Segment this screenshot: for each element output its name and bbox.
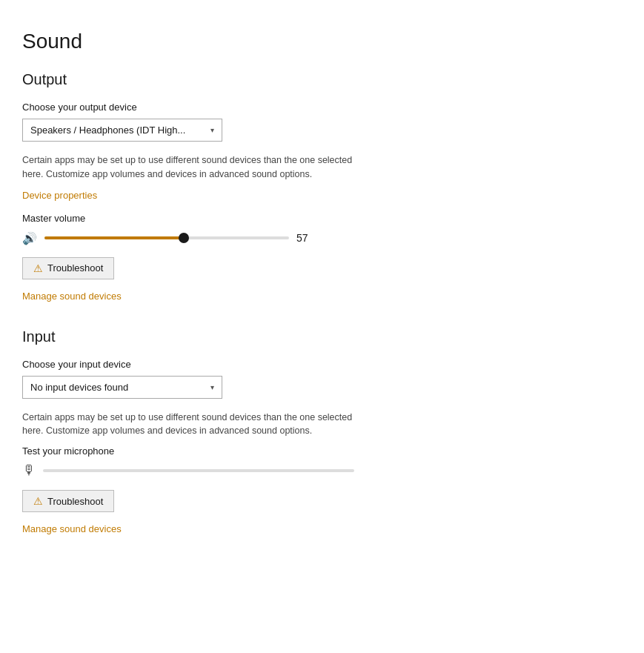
- output-device-dropdown-button[interactable]: Speakers / Headphones (IDT High... ▾: [22, 119, 222, 142]
- output-troubleshoot-button[interactable]: ⚠ Troubleshoot: [22, 257, 114, 279]
- output-device-value: Speakers / Headphones (IDT High...: [30, 125, 185, 136]
- volume-slider-thumb[interactable]: [179, 233, 189, 243]
- mic-row: 🎙: [22, 463, 622, 478]
- volume-value: 57: [296, 232, 319, 244]
- volume-section: Master volume 🔊 57: [22, 213, 622, 245]
- output-section-title: Output: [22, 71, 622, 88]
- device-properties-link[interactable]: Device properties: [22, 190, 97, 201]
- chevron-down-icon-input: ▾: [210, 383, 214, 391]
- output-troubleshoot-label: Troubleshoot: [47, 262, 103, 274]
- input-device-label: Choose your input device: [22, 359, 622, 370]
- page-title: Sound: [22, 30, 622, 53]
- chevron-down-icon: ▾: [210, 126, 214, 134]
- speaker-icon: 🔊: [22, 231, 37, 245]
- output-manage-link-wrapper: Manage sound devices: [22, 290, 622, 314]
- input-troubleshoot-button[interactable]: ⚠ Troubleshoot: [22, 490, 114, 512]
- volume-slider[interactable]: [44, 236, 289, 239]
- microphone-icon: 🎙: [22, 463, 36, 478]
- input-section-title: Input: [22, 328, 622, 345]
- input-manage-sound-devices-link[interactable]: Manage sound devices: [22, 523, 122, 534]
- warning-icon-input: ⚠: [33, 495, 43, 507]
- volume-row: 🔊 57: [22, 231, 622, 245]
- input-manage-link-wrapper: Manage sound devices: [22, 523, 622, 546]
- output-device-label: Choose your output device: [22, 102, 622, 113]
- input-device-dropdown[interactable]: No input devices found ▾: [22, 376, 222, 399]
- output-section: Output Choose your output device Speaker…: [22, 71, 622, 314]
- input-device-dropdown-button[interactable]: No input devices found ▾: [22, 376, 222, 399]
- warning-icon: ⚠: [33, 262, 43, 274]
- output-manage-sound-devices-link[interactable]: Manage sound devices: [22, 291, 122, 302]
- input-info-text: Certain apps may be set up to use differ…: [22, 411, 363, 439]
- input-section: Input Choose your input device No input …: [22, 328, 622, 547]
- input-device-value: No input devices found: [30, 382, 128, 393]
- volume-slider-fill: [44, 236, 184, 239]
- output-info-text: Certain apps may be set up to use differ…: [22, 153, 363, 182]
- volume-label: Master volume: [22, 213, 622, 224]
- input-troubleshoot-label: Troubleshoot: [47, 496, 103, 507]
- test-mic-label: Test your microphone: [22, 445, 622, 457]
- mic-level-bar: [43, 469, 354, 472]
- output-device-dropdown[interactable]: Speakers / Headphones (IDT High... ▾: [22, 119, 222, 142]
